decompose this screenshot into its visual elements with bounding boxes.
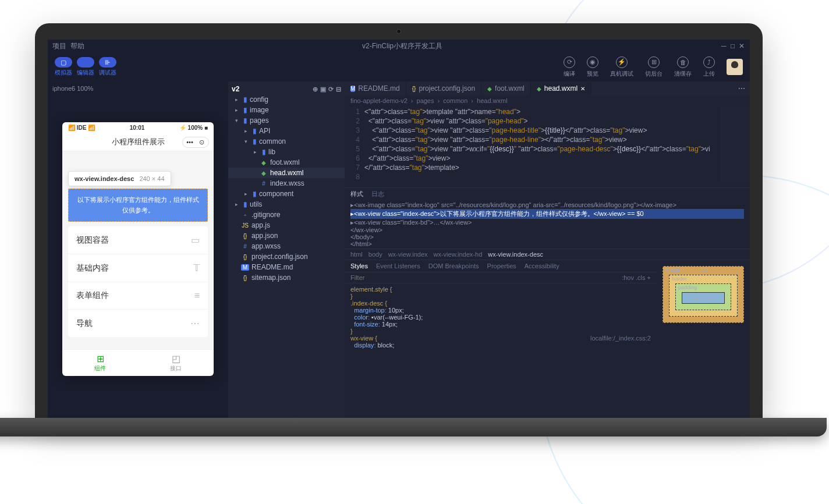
tabbar-item[interactable]: ◰接口 <box>138 350 214 376</box>
editor-tab[interactable]: ◆foot.wxml <box>481 82 531 95</box>
path-segment[interactable]: wx-view.index-desc <box>488 251 543 258</box>
crumb[interactable]: fino-applet-demo-v2 <box>350 97 408 104</box>
code-line[interactable]: </"attr">class="tag">template> <box>364 163 721 172</box>
styles-filter-input[interactable] <box>350 274 622 281</box>
menu-item[interactable]: 表单组件≡ <box>68 282 208 310</box>
code-editor[interactable]: 12345678 <"attr">class="tag">template "a… <box>345 106 750 187</box>
tree-file[interactable]: {}app.json <box>228 230 345 241</box>
filter-actions[interactable]: :hov .cls + <box>622 274 651 281</box>
code-line[interactable]: <"attr">class="tag">view "attr">class="p… <box>364 126 721 135</box>
tree-folder[interactable]: ▸▮utils <box>228 199 345 210</box>
path-segment[interactable]: body <box>369 251 382 258</box>
tabbar-item[interactable]: ⊞组件 <box>62 350 138 376</box>
crumb[interactable]: head.wxml <box>477 97 508 104</box>
phone-body[interactable]: wx-view.index-desc 240 × 44 以下将展示小程序官方组件… <box>62 151 214 349</box>
devtools-tab[interactable]: 日志 <box>371 190 384 198</box>
dom-node[interactable]: </body> <box>350 233 744 240</box>
code-line[interactable]: <"attr">class="tag">view "attr">wx:if="{… <box>364 144 721 154</box>
devtools-subtab[interactable]: Styles <box>350 262 368 269</box>
css-selector[interactable]: wx-view {localfile:/_index.css:2 <box>350 335 651 342</box>
tree-file[interactable]: ▫.gitignore <box>228 210 345 220</box>
action-button[interactable]: ⤴上传 <box>703 56 715 78</box>
code-line[interactable]: <"attr">class="tag">view "attr">class="p… <box>364 135 721 144</box>
tree-folder[interactable]: ▸▮config <box>228 94 345 105</box>
tree-file[interactable]: {}sitemap.json <box>228 272 345 283</box>
menu-item[interactable]: 基础内容𝕋 <box>68 254 208 282</box>
tree-file[interactable]: {}project.config.json <box>228 251 345 262</box>
collapse-icon[interactable]: ⊟ <box>336 86 341 93</box>
close-button[interactable]: ✕ <box>738 42 745 50</box>
devtools-subtab[interactable]: Accessibility <box>525 262 559 269</box>
code-line[interactable]: <"attr">class="tag">template "attr">name… <box>364 107 721 116</box>
code-lines[interactable]: <"attr">class="tag">template "attr">name… <box>364 107 721 182</box>
devtools-subtab[interactable]: DOM Breakpoints <box>428 262 479 269</box>
mode-button[interactable]: ⊪调试器 <box>99 57 116 77</box>
dom-node[interactable]: ▸<wx-view class="index-desc">以下将展示小程序官方组… <box>350 209 744 219</box>
crumb[interactable]: common <box>443 97 467 104</box>
menu-project[interactable]: 项目 <box>52 41 66 51</box>
tree-folder[interactable]: ▸▮image <box>228 105 345 115</box>
tree-file[interactable]: ◆foot.wxml <box>228 157 345 168</box>
css-declaration[interactable]: display: block; <box>350 342 651 349</box>
new-file-icon[interactable]: ⊕ <box>313 86 318 93</box>
tree-folder[interactable]: ▸▮API <box>228 126 345 136</box>
menu-item[interactable]: 视图容器▭ <box>68 226 208 254</box>
tree-file[interactable]: ◆head.wxml <box>228 168 345 178</box>
tree-folder[interactable]: ▸▮lib <box>228 147 345 157</box>
capsule-more-icon[interactable]: ••• <box>184 139 196 145</box>
code-line[interactable] <box>364 172 721 182</box>
mode-button[interactable]: 编辑器 <box>77 57 94 77</box>
dom-node[interactable]: </wx-view> <box>350 226 744 233</box>
action-button[interactable]: 🗑清缓存 <box>674 56 692 78</box>
close-icon[interactable]: ✕ <box>580 86 585 92</box>
devtools-subtab[interactable]: Properties <box>487 262 516 269</box>
tree-file[interactable]: #app.wxss <box>228 241 345 251</box>
capsule-close-icon[interactable]: ⊙ <box>196 139 207 146</box>
path-segment[interactable]: html <box>350 251 363 258</box>
maximize-button[interactable]: □ <box>729 42 736 50</box>
css-declaration[interactable]: font-size: 14px; <box>350 321 651 328</box>
tree-folder[interactable]: ▾▮pages <box>228 115 345 126</box>
css-declaration[interactable]: margin-top: 10px; <box>350 307 651 314</box>
action-button[interactable]: ⊞切后台 <box>645 56 663 78</box>
path-segment[interactable]: wx-view.index <box>388 251 428 258</box>
action-button[interactable]: ⚡真机调试 <box>610 56 633 78</box>
dom-tree[interactable]: ▸<wx-image class="index-logo" src="../re… <box>345 200 750 249</box>
dom-node[interactable]: ▸<wx-image class="index-logo" src="../re… <box>350 201 744 209</box>
devtools-tab[interactable]: 样式 <box>350 190 363 198</box>
tree-file[interactable]: JSapp.js <box>228 220 345 230</box>
css-declaration[interactable]: color: ▪var(--weui-FG-1); <box>350 314 651 321</box>
code-line[interactable]: </"attr">class="tag">view> <box>364 154 721 163</box>
editor-tab[interactable]: ◆head.wxml✕ <box>531 82 591 95</box>
minimap[interactable] <box>721 107 750 182</box>
path-segment[interactable]: wx-view.index-hd <box>434 251 483 258</box>
devtools-subtab[interactable]: Event Listeners <box>376 262 420 269</box>
action-button[interactable]: ⟳编译 <box>564 56 575 78</box>
new-folder-icon[interactable]: ▣ <box>320 86 326 93</box>
editor-tab[interactable]: {}project.config.json <box>406 82 481 95</box>
mode-button[interactable]: ▢模拟器 <box>55 57 72 77</box>
tree-folder[interactable]: ▸▮component <box>228 189 345 199</box>
css-selector[interactable]: } <box>350 328 651 335</box>
crumb[interactable]: pages <box>417 97 434 104</box>
menu-help[interactable]: 帮助 <box>70 41 84 51</box>
tree-file[interactable]: #index.wxss <box>228 178 345 189</box>
tree-folder[interactable]: ▾▮common <box>228 136 345 147</box>
tree-file[interactable]: MREADME.md <box>228 262 345 272</box>
css-selector[interactable]: } <box>350 293 651 300</box>
tree-root-name[interactable]: v2 <box>232 85 239 93</box>
css-selector[interactable]: element.style { <box>350 286 651 293</box>
dom-node[interactable]: </html> <box>350 240 744 247</box>
css-rules[interactable]: element.style {}.index-desc {</span></di… <box>345 283 657 351</box>
avatar[interactable] <box>727 59 743 75</box>
minimize-button[interactable]: ─ <box>720 42 727 50</box>
editor-tab[interactable]: MREADME.md <box>345 82 406 95</box>
code-line[interactable]: <"attr">class="tag">view "attr">class="p… <box>364 116 721 126</box>
action-button[interactable]: ◉预览 <box>587 56 598 78</box>
css-selector[interactable]: .index-desc {</span></div> <box>350 300 651 307</box>
dom-node[interactable]: ▸<wx-view class="index-bd">…</wx-view> <box>350 219 744 226</box>
highlighted-element[interactable]: 以下将展示小程序官方组件能力，组件样式仅供参考。 <box>68 189 208 222</box>
refresh-icon[interactable]: ⟳ <box>328 86 334 93</box>
menu-item[interactable]: 导航⋯ <box>68 310 208 337</box>
more-tabs-icon[interactable]: ⋯ <box>734 84 750 93</box>
